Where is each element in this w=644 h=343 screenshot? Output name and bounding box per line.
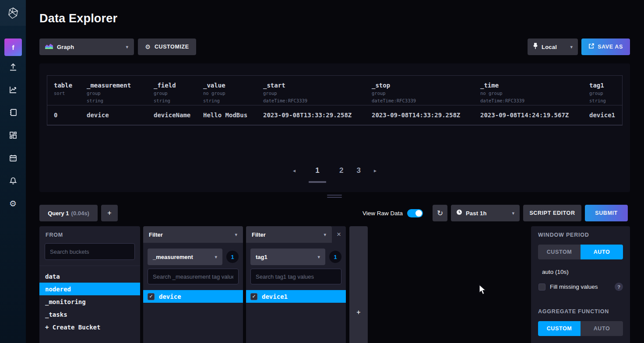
tasks-calendar-icon[interactable]	[8, 153, 18, 163]
tag-value-device[interactable]: ✓ device	[143, 290, 243, 303]
table-row: 0 device deviceName Hello ModBus 2023-09…	[47, 105, 622, 125]
aggregate-settings-panel: WINDOW PERIOD CUSTOM AUTO auto (10s) Fil…	[531, 226, 630, 343]
clock-icon	[456, 209, 462, 217]
pagination-page-2[interactable]: 2	[339, 166, 343, 175]
checkbox-checked-icon[interactable]: ✓	[250, 293, 257, 300]
table-cell: Hello ModBus	[203, 112, 263, 119]
sidebar: f ⚙	[0, 0, 26, 343]
create-bucket-button[interactable]: + Create Bucket	[39, 321, 140, 333]
refresh-button[interactable]: ↻	[433, 205, 447, 221]
tag-value-device1[interactable]: ✓ device1	[246, 290, 346, 303]
table-cell: deviceName	[154, 112, 203, 119]
fill-missing-label: Fill missing values	[550, 284, 598, 290]
filter-type-dropdown[interactable]: Filter ▾	[143, 226, 243, 243]
measurement-search-input[interactable]	[148, 269, 239, 284]
window-period-segmented: CUSTOM AUTO	[538, 245, 623, 259]
window-period-value: auto (10s)	[538, 269, 623, 275]
table-cell: device1	[589, 112, 622, 119]
pin-icon	[533, 43, 538, 51]
chevron-down-icon: ▾	[512, 211, 514, 216]
pagination-page-3[interactable]: 3	[357, 166, 361, 175]
add-filter-card-button[interactable]: +	[349, 226, 368, 343]
window-auto-button[interactable]: AUTO	[581, 245, 623, 259]
filter-type-dropdown[interactable]: Filter ▾	[246, 226, 332, 243]
column-header[interactable]: _start group dateTime:RFC3339	[263, 76, 372, 104]
alerts-bell-icon[interactable]	[8, 176, 18, 186]
settings-gear-icon[interactable]: ⚙	[8, 199, 18, 208]
add-query-button[interactable]: +	[101, 205, 118, 221]
chevron-down-icon: ▾	[317, 255, 320, 259]
window-period-title: WINDOW PERIOD	[538, 226, 623, 238]
local-label: Local	[542, 44, 557, 50]
visualization-type-label: Graph	[57, 44, 74, 50]
time-range-label: Past 1h	[466, 210, 487, 217]
pagination: ◂ 1 2 3 ▸	[39, 166, 630, 183]
plus-icon: +	[349, 308, 368, 316]
column-header[interactable]: _value no group string	[203, 76, 263, 104]
filter-card-measurement: Filter ▾ _measurement ▾ 1 ✓ device	[143, 226, 243, 343]
table-cell: 2023-09-08T13:33:29.258Z	[263, 112, 372, 119]
toggle-knob	[415, 210, 422, 217]
graph-chart-icon	[45, 43, 53, 51]
column-header[interactable]: _field group string	[154, 76, 203, 104]
bucket-item-nodered[interactable]: nodered	[39, 283, 140, 295]
remove-filter-icon[interactable]: ×	[332, 226, 346, 243]
window-custom-button[interactable]: CUSTOM	[538, 245, 581, 259]
column-header[interactable]: _stop group dateTime:RFC3339	[372, 76, 480, 104]
bucket-item-tasks[interactable]: _tasks	[39, 308, 140, 321]
pagination-page-1[interactable]: 1	[309, 166, 326, 183]
from-bucket-panel: FROM data nodered _monitoring _tasks + C…	[39, 226, 140, 343]
filter-card-tag1: Filter ▾ × tag1 ▾ 1 ✓ device1	[246, 226, 346, 343]
export-icon	[588, 43, 594, 51]
column-header[interactable]: _time no group dateTime:RFC3339	[480, 76, 589, 104]
selected-count-badge: 1	[329, 251, 341, 263]
tag1-search-input[interactable]	[250, 269, 341, 284]
table-header-row: table sort _measurement group string _fi…	[47, 76, 622, 105]
influxdb-logo[interactable]	[0, 0, 26, 26]
bucket-item-monitoring[interactable]: _monitoring	[39, 295, 140, 308]
chevron-down-icon: ▾	[235, 232, 237, 237]
visualization-type-dropdown[interactable]: Graph ▾	[39, 38, 134, 55]
upload-icon[interactable]	[8, 62, 18, 72]
data-explorer-icon[interactable]	[8, 85, 18, 94]
bucket-search-input[interactable]	[45, 243, 135, 260]
pagination-prev-icon[interactable]: ◂	[293, 166, 296, 174]
help-icon[interactable]: ?	[615, 283, 623, 291]
fill-missing-checkbox[interactable]	[538, 284, 545, 290]
aggregate-custom-button[interactable]: CUSTOM	[538, 321, 581, 336]
table-cell: 2023-09-08T14:24:19.567Z	[480, 112, 589, 119]
column-header[interactable]: table sort	[47, 76, 87, 96]
column-header[interactable]: tag1 group string	[589, 76, 622, 104]
save-as-button[interactable]: SAVE AS	[581, 38, 630, 55]
raw-data-panel: table sort _measurement group string _fi…	[39, 63, 630, 192]
gear-icon: ⚙	[145, 44, 151, 50]
local-dropdown[interactable]: Local ▾	[528, 38, 578, 55]
aggregate-function-title: AGGREGATE FUNCTION	[538, 303, 623, 315]
pagination-next-icon[interactable]: ▸	[374, 166, 377, 174]
tag-key-dropdown[interactable]: tag1 ▾	[250, 248, 325, 265]
script-editor-button[interactable]: SCRIPT EDITOR	[523, 205, 581, 221]
dashboards-icon[interactable]	[8, 130, 18, 140]
table-cell: 2023-09-08T14:33:29.258Z	[372, 112, 480, 119]
chevron-down-icon: ▾	[570, 45, 573, 49]
column-header[interactable]: _measurement group string	[87, 76, 154, 104]
resize-drag-handle[interactable]	[327, 195, 342, 199]
customize-button[interactable]: ⚙ CUSTOMIZE	[138, 38, 196, 55]
avatar[interactable]: f	[4, 38, 22, 56]
query-duration: (0.04s)	[71, 210, 89, 217]
main-content: Data Explorer Graph ▾ ⚙ CUSTOMIZE Local …	[26, 0, 644, 343]
notebooks-icon[interactable]	[8, 108, 18, 117]
from-title: FROM	[39, 226, 140, 238]
aggregate-auto-button[interactable]: AUTO	[581, 321, 623, 336]
bucket-item-data[interactable]: data	[39, 270, 140, 283]
tag-key-dropdown[interactable]: _measurement ▾	[148, 248, 222, 265]
view-raw-data-toggle[interactable]	[407, 209, 423, 217]
query-tab[interactable]: Query 1 (0.04s)	[39, 205, 98, 221]
time-range-dropdown[interactable]: Past 1h ▾	[451, 205, 520, 221]
submit-button[interactable]: SUBMIT	[585, 205, 628, 221]
aggregate-segmented: CUSTOM AUTO	[538, 321, 623, 336]
table-cell: 0	[47, 112, 87, 119]
checkbox-checked-icon[interactable]: ✓	[148, 293, 155, 300]
divider	[39, 266, 140, 266]
query-controls-right: View Raw Data ↻ Past 1h ▾ SCRIPT EDITOR …	[362, 205, 628, 221]
